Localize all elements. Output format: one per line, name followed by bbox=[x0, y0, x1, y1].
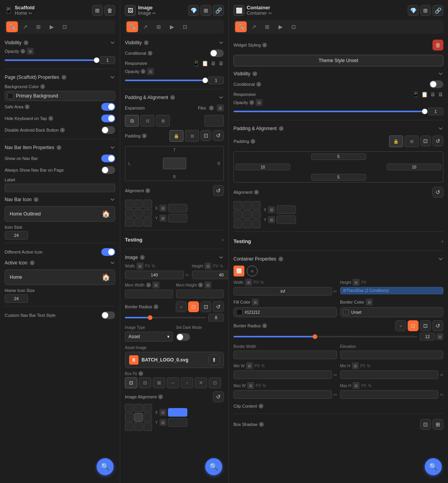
r-opacity-slider[interactable]: 1 bbox=[234, 106, 443, 117]
m-toolbar-box[interactable]: ⊡ bbox=[179, 21, 191, 32]
active-icon-btn[interactable]: Home 🏠 bbox=[5, 269, 115, 285]
r-opacity-info[interactable]: i bbox=[249, 100, 254, 105]
r-width-stepper[interactable]: ⊞ bbox=[245, 279, 252, 286]
m-ia-tc[interactable] bbox=[134, 404, 143, 412]
m-imgalign-info[interactable]: i bbox=[158, 394, 163, 399]
m-br-circle[interactable]: ○ bbox=[176, 301, 187, 312]
m-pad-b[interactable]: B bbox=[173, 175, 176, 179]
r-toolbar-arrow[interactable]: ↗ bbox=[248, 21, 260, 32]
m-memh-input[interactable] bbox=[176, 290, 224, 298]
r-elev-input[interactable] bbox=[340, 351, 444, 359]
m-align-tl[interactable] bbox=[125, 200, 133, 208]
m-image-type-select[interactable]: Asset ▾ bbox=[125, 332, 173, 342]
r-maxh-stepper[interactable]: ⊞ bbox=[353, 382, 360, 389]
edit-image-icon[interactable]: ✏ bbox=[152, 11, 156, 16]
edit-scaffold-icon[interactable]: ✏ bbox=[29, 11, 32, 16]
r-padding-info[interactable]: i bbox=[279, 126, 284, 131]
r-maxh-input[interactable] bbox=[340, 390, 439, 399]
edit-container-icon[interactable]: ✏ bbox=[268, 11, 272, 16]
m-align-bc[interactable] bbox=[134, 218, 143, 227]
middle-copy-btn[interactable]: 💎 bbox=[188, 5, 199, 16]
r-minw-stepper[interactable]: ⊞ bbox=[246, 362, 253, 369]
m-align-mr[interactable] bbox=[144, 209, 152, 217]
r-testing-section[interactable]: Testing › bbox=[234, 235, 443, 247]
active-icon-size-input[interactable]: 24 bbox=[5, 294, 28, 303]
toolbar-box-btn[interactable]: ⊡ bbox=[59, 21, 71, 32]
m-memw-stepper[interactable]: ⊞ bbox=[152, 281, 159, 288]
m-desktop-lg-icon[interactable]: 🖥 bbox=[218, 60, 224, 66]
m-height-stepper[interactable]: ⊞ bbox=[204, 262, 211, 269]
m-opacity-slider[interactable]: 1 bbox=[125, 75, 224, 86]
r-container-props-header[interactable]: Container Properties i bbox=[234, 254, 443, 264]
r-conditional-info[interactable]: i bbox=[256, 82, 261, 87]
icon-size-input[interactable]: 24 bbox=[5, 231, 28, 240]
r-pad-t-input[interactable]: 5 bbox=[311, 153, 366, 160]
r-toolbar-wrench[interactable]: 🔧 bbox=[235, 21, 247, 32]
m-pad-r[interactable]: R bbox=[218, 162, 220, 166]
m-exp-btn-3[interactable]: ⊠ bbox=[156, 115, 170, 127]
m-width-stepper[interactable]: ⊞ bbox=[137, 262, 144, 269]
r-y-input[interactable] bbox=[277, 215, 296, 224]
r-x-stepper[interactable]: ⊞ bbox=[268, 206, 275, 213]
m-ia-mc[interactable] bbox=[134, 413, 143, 422]
m-ia-y-stepper[interactable]: ⊞ bbox=[159, 419, 166, 426]
visibility-section-header[interactable]: Visibility i bbox=[5, 38, 115, 48]
toolbar-grid-btn[interactable]: ⊞ bbox=[33, 21, 44, 32]
m-image-section-header[interactable]: Image i bbox=[125, 252, 224, 262]
r-desktop-sm-icon[interactable]: 🖥 bbox=[430, 91, 436, 97]
r-border-swatch-row[interactable]: Unset bbox=[340, 307, 444, 317]
m-width-input[interactable]: 140 bbox=[125, 271, 184, 279]
copy-icon-btn[interactable]: ⊞ bbox=[92, 5, 103, 16]
r-widget-delete[interactable]: 🗑 bbox=[432, 40, 443, 50]
middle-add-btn[interactable]: ⊞ bbox=[201, 5, 211, 16]
r-y-stepper[interactable]: ⊞ bbox=[268, 216, 275, 223]
m-pad-copy[interactable]: ⊡ bbox=[201, 130, 211, 141]
m-phone-icon[interactable]: 📱 bbox=[193, 60, 199, 66]
m-align-mc[interactable] bbox=[134, 209, 143, 217]
r-align-bl[interactable] bbox=[234, 220, 242, 228]
r-pad-copy[interactable]: ⊡ bbox=[420, 136, 431, 146]
nav-bar-info[interactable]: i bbox=[57, 145, 61, 150]
r-toolbar-play[interactable]: ▶ bbox=[275, 21, 286, 32]
m-toolbar-arrow[interactable]: ↗ bbox=[140, 21, 151, 32]
m-padding-sub-info[interactable]: i bbox=[142, 134, 147, 138]
r-minw-input[interactable] bbox=[234, 370, 332, 379]
m-fit-5[interactable]: ↕ bbox=[181, 377, 193, 388]
m-exp-btn-2[interactable]: ⊟ bbox=[140, 115, 154, 127]
r-ifthen-badge[interactable]: If/Then/Else (2 Conditions) bbox=[340, 287, 444, 294]
disable-android-info[interactable]: i bbox=[60, 128, 65, 132]
m-dark-mode-toggle[interactable] bbox=[176, 333, 190, 341]
active-icon-info[interactable]: i bbox=[30, 261, 35, 265]
middle-share-btn[interactable]: 🔗 bbox=[213, 5, 224, 16]
m-x-input[interactable] bbox=[168, 204, 187, 212]
m-ia-tl[interactable] bbox=[125, 404, 133, 412]
r-widget-info[interactable]: i bbox=[262, 43, 267, 47]
m-pad-l[interactable]: L bbox=[128, 162, 131, 166]
r-height-stepper[interactable]: ⊞ bbox=[353, 279, 360, 286]
m-fit-6[interactable]: ✕ bbox=[195, 377, 207, 388]
r-container-info[interactable]: i bbox=[278, 257, 283, 261]
show-nav-toggle[interactable] bbox=[101, 155, 115, 162]
m-testing-section[interactable]: Testing › bbox=[125, 233, 224, 246]
m-memh-info[interactable]: i bbox=[198, 283, 203, 287]
m-fit-2[interactable]: ⊟ bbox=[139, 377, 151, 388]
r-link-btn[interactable]: 🔗 bbox=[432, 5, 443, 16]
r-shadow-info[interactable]: i bbox=[259, 422, 264, 427]
bg-color-info[interactable]: i bbox=[40, 84, 45, 89]
m-pad-t[interactable]: T bbox=[173, 148, 175, 152]
safe-area-info[interactable]: i bbox=[25, 104, 29, 109]
m-flex-input[interactable] bbox=[204, 115, 224, 127]
m-ia-mr[interactable] bbox=[144, 413, 152, 422]
active-icon-header[interactable]: Active Icon i bbox=[5, 258, 115, 268]
r-align-bc[interactable] bbox=[243, 220, 251, 228]
hide-keyboard-info[interactable]: i bbox=[48, 116, 53, 121]
r-align-mr[interactable] bbox=[252, 210, 261, 219]
m-fit-1[interactable]: ⊡ bbox=[125, 377, 137, 388]
left-fab[interactable]: 🔍 bbox=[97, 458, 114, 475]
r-shadow-copy[interactable]: ⊡ bbox=[420, 419, 431, 430]
r-minh-input[interactable] bbox=[340, 370, 439, 379]
r-pad-locked[interactable]: 🔒 bbox=[389, 136, 403, 147]
r-align-ml[interactable] bbox=[234, 210, 242, 219]
m-tablet-icon[interactable]: 📋 bbox=[202, 60, 208, 66]
m-x-stepper[interactable]: ⊞ bbox=[159, 205, 166, 212]
